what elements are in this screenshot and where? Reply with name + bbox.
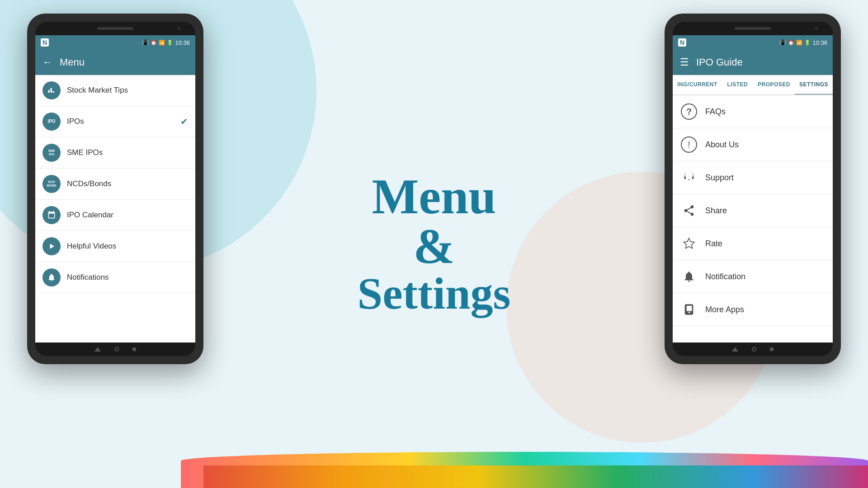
settings-item-more-apps[interactable]: More Apps: [673, 293, 833, 326]
tabs-bar-right: ING/CURRENT LISTED PROPOSED SETTINGS: [673, 75, 833, 95]
phone-right-screen: N 📳 ⏰ 📶 🔋 10:36 ☰ IPO Guide ING/CURRENT …: [673, 35, 833, 343]
phone-right-outer: N 📳 ⏰ 📶 🔋 10:36 ☰ IPO Guide ING/CURRENT …: [665, 14, 841, 364]
n-logo-left: N: [41, 38, 49, 47]
settings-label-support: Support: [705, 173, 734, 183]
status-right-right: 📳 ⏰ 📶 🔋 10:36: [779, 39, 827, 46]
menu-icon-sme: SMEIPO: [42, 144, 61, 162]
n-logo-right: N: [678, 38, 686, 47]
nav-home-right: [752, 347, 756, 352]
settings-label-more-apps: More Apps: [705, 305, 744, 314]
menu-label-videos: Helpful Videos: [67, 242, 188, 251]
tab-settings[interactable]: SETTINGS: [795, 75, 833, 95]
phone-right-bottom-bar: [673, 343, 833, 356]
nav-back-right: [732, 347, 738, 352]
menu-icon-cal: [42, 206, 61, 224]
menu-icon-ipo: IPO: [42, 113, 61, 131]
settings-label-about-us: About Us: [705, 140, 739, 150]
status-left-area: N: [41, 38, 49, 47]
menu-label-stock: Stock Market Tips: [67, 86, 188, 95]
time-left: 10:36: [175, 39, 190, 46]
phone-left-camera: [176, 26, 182, 31]
settings-icon-more-apps: [680, 300, 698, 319]
settings-label-notification: Notification: [705, 272, 745, 282]
vibrate-icon-left: 📳: [142, 39, 149, 46]
settings-item-support[interactable]: Support: [673, 161, 833, 194]
menu-item-stock-market-tips[interactable]: Stock Market Tips: [35, 75, 195, 106]
signal-icon-right: 📶: [796, 40, 802, 46]
title-amp-text: &: [358, 221, 511, 271]
clock-icon-right: ⏰: [788, 40, 794, 46]
tab-proposed[interactable]: PROPOSED: [753, 75, 795, 95]
phone-left-speaker: [97, 27, 133, 30]
menu-label-cal: IPO Calendar: [67, 211, 188, 220]
settings-item-about-us[interactable]: ! About Us: [673, 128, 833, 161]
menu-item-ipos[interactable]: IPO IPOs ✔: [35, 106, 195, 137]
settings-icon-about-us: !: [680, 136, 698, 154]
menu-item-ipo-calendar[interactable]: IPO Calendar: [35, 200, 195, 231]
settings-item-faqs[interactable]: ? FAQs: [673, 95, 833, 128]
phone-right-speaker: [735, 27, 771, 30]
menu-label-sme: SME IPOs: [67, 148, 188, 157]
menu-icon-bell-left: [42, 268, 61, 286]
settings-icon-rate: [680, 235, 698, 253]
menu-item-helpful-videos[interactable]: Helpful Videos: [35, 231, 195, 262]
phone-right-header: ☰ IPO Guide: [673, 50, 833, 75]
menu-label-ipo: IPOs: [67, 117, 180, 126]
phone-left-status-bar: N 📳 ⏰ 📶 🔋 10:36: [35, 35, 195, 50]
phone-right: N 📳 ⏰ 📶 🔋 10:36 ☰ IPO Guide ING/CURRENT …: [665, 14, 841, 364]
signal-icon-left: 📶: [159, 40, 165, 46]
phone-left-header: ← Menu: [35, 50, 195, 75]
settings-list-right: ? FAQs ! About Us Support: [673, 95, 833, 326]
menu-item-ncds-bonds[interactable]: NCDBOND NCDs/Bonds: [35, 169, 195, 200]
battery-icon-left: 🔋: [167, 40, 173, 46]
nav-recent-left: [132, 347, 136, 351]
nav-back-left: [94, 347, 101, 352]
menu-hamburger-icon[interactable]: ☰: [680, 56, 689, 68]
time-right: 10:36: [812, 39, 827, 46]
settings-icon-share: [680, 202, 698, 220]
nav-home-left: [114, 347, 119, 352]
menu-icon-play: [42, 237, 61, 255]
menu-label-notifications: Notifications: [67, 273, 188, 282]
status-left-right: N: [678, 38, 686, 47]
settings-icon-faqs: ?: [680, 103, 698, 121]
settings-item-share[interactable]: Share: [673, 194, 833, 227]
settings-label-faqs: FAQs: [705, 107, 726, 117]
question-circle-icon: ?: [681, 103, 697, 120]
settings-item-rate[interactable]: Rate: [673, 227, 833, 260]
clock-icon-left: ⏰: [151, 40, 157, 46]
phone-right-status-bar: N 📳 ⏰ 📶 🔋 10:36: [673, 35, 833, 50]
tab-listed[interactable]: LISTED: [722, 75, 753, 95]
phone-left-screen: N 📳 ⏰ 📶 🔋 10:36 ← Menu: [35, 35, 195, 343]
phone-left-bottom-bar: [35, 343, 195, 356]
phone-right-camera: [814, 26, 819, 31]
settings-label-share: Share: [705, 206, 727, 216]
menu-icon-stock: [42, 81, 61, 99]
status-right-area: 📳 ⏰ 📶 🔋 10:36: [142, 39, 190, 46]
phone-left: N 📳 ⏰ 📶 🔋 10:36 ← Menu: [27, 14, 203, 364]
back-button-left[interactable]: ←: [42, 56, 52, 68]
bg-rainbow2: [203, 465, 868, 488]
phone-left-notch: [35, 22, 195, 35]
warning-circle-icon: !: [681, 136, 697, 153]
title-settings-text: Settings: [358, 271, 511, 316]
settings-item-notification[interactable]: Notification: [673, 260, 833, 293]
menu-list-left: Stock Market Tips IPO IPOs ✔ SMEIPO SME …: [35, 75, 195, 293]
header-title-right: IPO Guide: [696, 56, 743, 68]
tab-ongoing-current[interactable]: ING/CURRENT: [673, 75, 722, 95]
battery-icon-right: 🔋: [804, 40, 811, 46]
menu-label-ncd: NCDs/Bonds: [67, 179, 188, 188]
menu-item-sme-ipos[interactable]: SMEIPO SME IPOs: [35, 137, 195, 169]
settings-icon-notification: [680, 267, 698, 286]
phone-right-notch: [673, 22, 833, 35]
title-menu-text: Menu: [358, 172, 511, 221]
phone-left-outer: N 📳 ⏰ 📶 🔋 10:36 ← Menu: [27, 14, 203, 364]
header-title-left: Menu: [60, 56, 85, 68]
settings-label-rate: Rate: [705, 239, 722, 249]
menu-icon-ncd: NCDBOND: [42, 175, 61, 193]
check-icon-ipo: ✔: [180, 116, 188, 127]
menu-item-notifications[interactable]: Notifications: [35, 262, 195, 293]
nav-recent-right: [770, 347, 774, 351]
settings-icon-support: [680, 169, 698, 187]
svg-marker-0: [684, 238, 694, 248]
